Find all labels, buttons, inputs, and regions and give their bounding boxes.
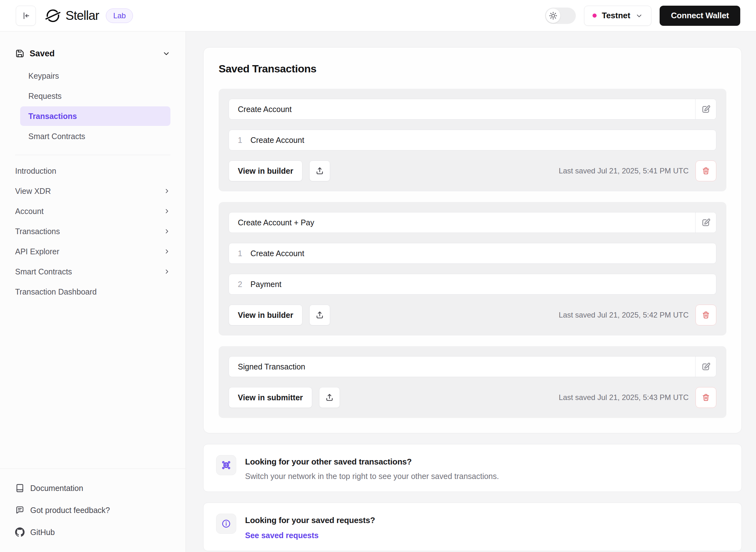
network-select[interactable]: Testnet (584, 6, 651, 26)
sidebar-item-requests[interactable]: Requests (20, 86, 171, 106)
operation-number: 1 (238, 136, 242, 145)
sidebar-item-smart-contracts-nav[interactable]: Smart Contracts (15, 262, 171, 282)
sidebar-item-api-explorer[interactable]: API Explorer (15, 241, 171, 262)
github-link[interactable]: GitHub (15, 525, 171, 539)
operation-label: Create Account (250, 136, 304, 145)
sidebar-item-view-xdr[interactable]: View XDR (15, 181, 171, 201)
transaction-name: Create Account (238, 105, 292, 114)
transaction-name-field[interactable]: Create Account + Pay (229, 213, 695, 233)
card-footer: View in builder Last saved Jul 21, 2025,… (229, 305, 716, 325)
sidebar-section-saved[interactable]: Saved (15, 45, 171, 62)
chevron-right-icon (164, 268, 171, 275)
trash-icon (701, 311, 710, 319)
saved-transactions-panel: Saved Transactions Create Account 1 (203, 47, 742, 433)
transaction-name: Signed Transaction (238, 362, 305, 371)
brand-name: Stellar (66, 8, 99, 23)
book-icon (15, 484, 24, 493)
header-right: Testnet Connect Wallet (545, 6, 740, 26)
delete-transaction-button[interactable] (695, 387, 716, 408)
header-left: Stellar Lab (16, 6, 133, 26)
sidebar-item-label: API Explorer (15, 247, 59, 256)
info-icon (221, 519, 231, 529)
edit-name-button[interactable] (695, 99, 716, 119)
view-in-builder-button[interactable]: View in builder (229, 160, 302, 181)
sidebar-item-label: Requests (28, 92, 62, 101)
chevron-right-icon (164, 228, 171, 235)
brand[interactable]: Stellar Lab (45, 8, 133, 23)
saved-transaction-card: Create Account 1 Create Account View in … (219, 89, 726, 191)
infobox-icon-tile (216, 455, 236, 475)
operation-row: 1 Create Account (229, 130, 716, 150)
last-saved-timestamp: Last saved Jul 21, 2025, 5:43 PM UTC (559, 393, 688, 402)
transaction-name-field[interactable]: Signed Transaction (229, 357, 695, 377)
sidebar-item-keypairs[interactable]: Keypairs (20, 66, 171, 86)
card-footer: View in builder Last saved Jul 21, 2025,… (229, 160, 716, 181)
documentation-link[interactable]: Documentation (15, 481, 171, 495)
sidebar-item-smart-contracts[interactable]: Smart Contracts (20, 127, 171, 146)
sidebar-item-label: Keypairs (28, 72, 59, 81)
edit-icon (701, 105, 711, 114)
sidebar-item-transaction-dashboard[interactable]: Transaction Dashboard (15, 282, 171, 302)
sidebar-item-label: Introduction (15, 166, 57, 176)
feedback-bubble-icon (15, 506, 24, 515)
sidebar-item-introduction[interactable]: Introduction (15, 161, 171, 181)
operation-label: Payment (250, 280, 282, 289)
chevron-right-icon (164, 187, 171, 194)
edit-icon (701, 218, 711, 227)
stellar-logo-icon (45, 8, 61, 23)
operation-row: 2 Payment (229, 274, 716, 295)
transaction-name-row: Create Account (229, 99, 716, 120)
infobox-content: Looking for your other saved transaction… (245, 455, 499, 481)
infobox-description: Switch your network in the top right to … (245, 472, 499, 481)
app-root: Stellar Lab Testnet Connect W (0, 0, 756, 552)
view-in-builder-button[interactable]: View in builder (229, 305, 302, 325)
footer-link-label: Documentation (30, 484, 83, 493)
sidebar-item-transactions[interactable]: Transactions (20, 106, 171, 126)
infobox-icon-tile (216, 514, 236, 534)
page-title: Saved Transactions (219, 62, 726, 75)
main-content: Saved Transactions Create Account 1 (186, 31, 756, 552)
connect-wallet-button[interactable]: Connect Wallet (660, 6, 740, 26)
infobox-title: Looking for your other saved transaction… (245, 457, 499, 467)
card-footer: View in submitter Last saved Jul 21, 202… (229, 387, 716, 408)
other-saved-transactions-infobox: Looking for your other saved transaction… (203, 444, 742, 492)
saved-requests-infobox: Looking for your saved requests? See sav… (203, 503, 742, 551)
share-transaction-button[interactable] (309, 305, 330, 325)
upload-icon (325, 393, 334, 402)
transaction-name-field[interactable]: Create Account (229, 99, 695, 119)
chevron-down-icon (162, 49, 171, 57)
share-transaction-button[interactable] (309, 160, 330, 181)
delete-transaction-button[interactable] (695, 305, 716, 325)
sidebar-item-account[interactable]: Account (15, 201, 171, 221)
edit-name-button[interactable] (695, 213, 716, 233)
sidebar-item-transactions-nav[interactable]: Transactions (15, 221, 171, 241)
saved-transaction-card: Create Account + Pay 1 Create Account 2 (219, 202, 726, 335)
upload-icon (315, 166, 324, 175)
product-feedback-link[interactable]: Got product feedback? (15, 503, 171, 517)
saved-transaction-card: Signed Transaction View in submitter (219, 346, 726, 418)
trash-icon (701, 393, 710, 402)
chevron-down-icon (635, 12, 643, 19)
see-saved-requests-link[interactable]: See saved requests (245, 531, 318, 540)
header: Stellar Lab Testnet Connect W (0, 0, 756, 31)
view-in-submitter-button[interactable]: View in submitter (229, 387, 312, 408)
operation-number: 1 (238, 249, 242, 258)
chevron-right-icon (164, 248, 171, 255)
operation-label: Create Account (250, 249, 304, 258)
edit-name-button[interactable] (695, 357, 716, 377)
network-status-dot (592, 13, 597, 18)
sidebar-item-label: Transactions (28, 112, 77, 121)
sidebar-top: Saved Keypairs Requests Transactions Sma… (0, 31, 186, 302)
last-saved-timestamp: Last saved Jul 21, 2025, 5:42 PM UTC (559, 311, 688, 319)
share-transaction-button[interactable] (319, 387, 340, 408)
save-icon (15, 49, 24, 58)
collapse-sidebar-button[interactable] (16, 6, 36, 26)
delete-transaction-button[interactable] (695, 160, 716, 181)
edit-icon (701, 362, 711, 371)
theme-toggle-knob (546, 8, 560, 23)
transaction-name-row: Signed Transaction (229, 356, 716, 377)
sidebar: Saved Keypairs Requests Transactions Sma… (0, 31, 186, 552)
last-saved-timestamp: Last saved Jul 21, 2025, 5:41 PM UTC (559, 166, 688, 175)
sun-icon (549, 11, 557, 20)
theme-toggle[interactable] (545, 8, 576, 24)
